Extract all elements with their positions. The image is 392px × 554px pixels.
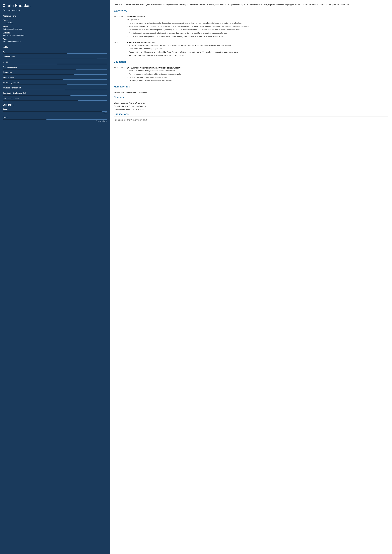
resume-container: Clarie Haradas Executive Assistant Perso… bbox=[0, 0, 392, 554]
skill-bar-fill bbox=[3, 79, 63, 80]
skill-name: Coordinating Conference Calls bbox=[3, 92, 107, 94]
edu-date: 2010 - 2013 bbox=[114, 66, 126, 83]
skill-item: Database Management bbox=[3, 87, 107, 90]
twitter-value: twitter.com/clarieharadas bbox=[3, 41, 107, 43]
entry-bullets: Handled top executive assistant duties f… bbox=[126, 22, 388, 38]
language-name: Spanish bbox=[3, 108, 107, 111]
skill-bar-fill bbox=[3, 59, 97, 59]
experience-heading: Experience bbox=[114, 9, 388, 13]
skill-name: File-Sharing Systems bbox=[3, 81, 107, 84]
skill-name: EQ bbox=[3, 50, 107, 53]
bullet-item: Saved each top-level exec 11 hours per w… bbox=[129, 28, 388, 31]
skill-bar bbox=[3, 69, 107, 69]
memberships-list: Member, Executive Assistant Organization bbox=[114, 91, 388, 94]
course-item: Effective Business Writing, UC Berkeley bbox=[114, 102, 388, 104]
skill-bar bbox=[3, 95, 107, 96]
bullet-item: Coordinated travel arrangements both dom… bbox=[129, 35, 388, 38]
candidate-name: Clarie Haradas bbox=[3, 3, 107, 8]
skill-name: Database Management bbox=[3, 87, 107, 89]
skill-item: EQ bbox=[3, 50, 107, 54]
skill-item: Communication bbox=[3, 55, 107, 59]
experience-list: 2013 - 2018 Executive Assistant ISN Lipm… bbox=[114, 15, 388, 57]
skill-bar bbox=[3, 74, 107, 75]
bullet-item: Provided executive project support, admi… bbox=[129, 32, 388, 34]
education-list: 2010 - 2013 BA, Business Administration,… bbox=[114, 66, 388, 83]
skill-bar-fill bbox=[3, 74, 74, 75]
skill-item: Time Management bbox=[3, 66, 107, 69]
skill-name: Logistics bbox=[3, 61, 107, 63]
skill-name: Communication bbox=[3, 55, 107, 58]
skill-bar-fill bbox=[3, 100, 78, 101]
bullet-item: Secretary, Women in Business student org… bbox=[129, 76, 388, 79]
skill-name: Email Systems bbox=[3, 76, 107, 79]
skill-bar-fill bbox=[3, 53, 67, 54]
summary-text: Resourceful Executive Assistant with 5+ … bbox=[114, 3, 388, 6]
edu-content: BA, Business Administration, The College… bbox=[126, 66, 388, 83]
skill-bar-fill bbox=[3, 64, 57, 64]
skill-name: Time Management bbox=[3, 66, 107, 68]
bullet-item: Pursued a passion for business ethics an… bbox=[129, 73, 388, 75]
phone-value: 862-208-2592 bbox=[3, 22, 107, 24]
entry-date: 2013 - 2018 bbox=[114, 15, 126, 38]
course-item: Global Business in Practice, UC Berkeley bbox=[114, 105, 388, 108]
sidebar: Clarie Haradas Executive Assistant Perso… bbox=[0, 0, 110, 554]
memberships-heading: Memberships bbox=[114, 85, 388, 89]
phone-label: Phone bbox=[3, 19, 107, 21]
language-item: Spanish Fluent bbox=[3, 108, 107, 114]
skill-item: Coordinating Conference Calls bbox=[3, 92, 107, 96]
bullet-item: Assisted with project logistics and deve… bbox=[129, 51, 388, 53]
bullet-item: Handled top executive assistant duties f… bbox=[129, 22, 388, 24]
skill-bar bbox=[3, 64, 107, 64]
bullet-item: Performed weekly proofreading of executi… bbox=[129, 54, 388, 57]
candidate-title: Executive Assistant bbox=[3, 9, 107, 12]
education-entry: 2010 - 2013 BA, Business Administration,… bbox=[114, 66, 388, 83]
course-item: Organizational Behavior, IIT Kharagpur bbox=[114, 108, 388, 111]
email-value: clarieharadas@gmail.com bbox=[3, 28, 107, 30]
bullet-item: Aided executives with meeting preparatio… bbox=[129, 48, 388, 50]
language-level: Fluent bbox=[3, 112, 107, 114]
skill-name: Compassion bbox=[3, 71, 107, 74]
skill-bar-fill bbox=[3, 90, 65, 90]
entry-bullets: Worked as temp executive assistant for 4… bbox=[126, 44, 388, 57]
bullet-item: Excelled in financial management and bus… bbox=[129, 69, 388, 72]
skills-heading: Skills bbox=[3, 46, 107, 49]
entry-date: 2013 bbox=[114, 41, 126, 57]
email-label: E-mail bbox=[3, 25, 107, 28]
linkedin-value: linkedin.com/in/clarieharadas bbox=[3, 34, 107, 37]
skill-item: Compassion bbox=[3, 71, 107, 75]
languages-heading: Languages bbox=[3, 103, 107, 106]
skill-item: Email Systems bbox=[3, 76, 107, 80]
skill-name: Travel Arrangements bbox=[3, 97, 107, 100]
edu-title: BA, Business Administration, The College… bbox=[126, 66, 388, 69]
languages-list: Spanish Fluent French Conversational bbox=[3, 108, 107, 122]
education-heading: Education bbox=[114, 60, 388, 64]
personal-info-heading: Personal Info bbox=[3, 14, 107, 18]
skill-item: Travel Arrangements bbox=[3, 97, 107, 101]
skill-bar bbox=[3, 79, 107, 80]
language-level: Conversational bbox=[3, 120, 107, 122]
skill-item: File-Sharing Systems bbox=[3, 81, 107, 85]
skill-bar-fill bbox=[3, 95, 70, 96]
publications-list: How Details Kill, The Counterintuitive C… bbox=[114, 119, 388, 121]
bullet-item: Worked as temp executive assistant for 4… bbox=[129, 44, 388, 47]
main-content: Resourceful Executive Assistant with 5+ … bbox=[110, 0, 392, 554]
bullet-item: My article, "Reading Minds" was reprinte… bbox=[129, 79, 388, 82]
entry-content: Freelance Executive Assistant Worked as … bbox=[126, 41, 388, 57]
courses-list: Effective Business Writing, UC BerkeleyG… bbox=[114, 102, 388, 111]
twitter-label: Twitter bbox=[3, 38, 107, 41]
entry-job-title: Freelance Executive Assistant bbox=[126, 41, 388, 44]
skill-bar bbox=[3, 53, 107, 54]
language-bar bbox=[3, 119, 107, 120]
language-bar-fill bbox=[3, 119, 47, 120]
skill-bar bbox=[3, 59, 107, 59]
publications-heading: Publications bbox=[114, 112, 388, 117]
membership-item: Member, Executive Assistant Organization bbox=[114, 91, 388, 94]
publication-item: How Details Kill, The Counterintuitive C… bbox=[114, 119, 388, 121]
skill-bar bbox=[3, 84, 107, 85]
skills-list: EQ Communication Logistics Time Manageme… bbox=[3, 50, 107, 101]
skill-bar-fill bbox=[3, 84, 67, 85]
entry-company: ISN Lipmann, Inc. bbox=[126, 18, 388, 21]
edu-bullets: Excelled in financial management and bus… bbox=[126, 69, 388, 82]
language-item: French Conversational bbox=[3, 116, 107, 122]
entry-content: Executive Assistant ISN Lipmann, Inc. Ha… bbox=[126, 15, 388, 38]
